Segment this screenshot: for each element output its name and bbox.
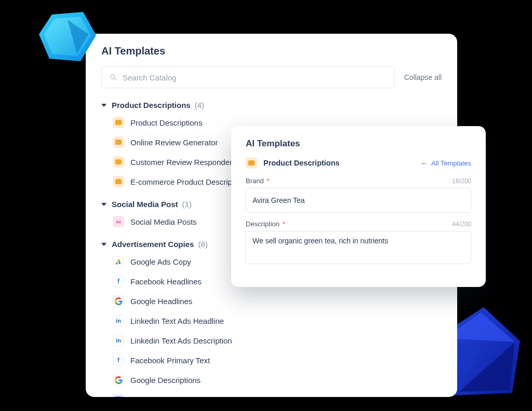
char-counter: 16/200 (452, 177, 471, 185)
svg-point-11 (116, 263, 118, 265)
caret-down-icon (101, 104, 107, 107)
document-icon (113, 156, 124, 168)
brand-input[interactable] (246, 188, 471, 213)
caret-down-icon (101, 203, 107, 206)
detail-template-name: Product Descriptions (263, 159, 340, 167)
template-item-label: Google Descriptions (130, 376, 201, 385)
template-item-label: E-commerce Product Descrip (130, 177, 232, 186)
template-item-label: Facebook Headlines (130, 277, 202, 286)
group-name: Advertisement Copies (112, 240, 194, 249)
google-ads-icon (113, 256, 124, 267)
svg-line-8 (114, 78, 116, 80)
facebook-icon: f (113, 276, 124, 287)
svg-marker-10 (118, 259, 121, 264)
detail-fields: Brand *16/200Description *44/200 (246, 177, 471, 266)
back-link-label: All Templates (431, 159, 471, 167)
group-count: (4) (195, 101, 204, 109)
template-item[interactable]: Google My Business - Description (113, 390, 442, 397)
svg-marker-5 (459, 342, 515, 392)
template-detail-card: AI Templates Product Descriptions ← All … (231, 126, 486, 287)
field-label: Brand * (246, 177, 269, 185)
template-item-label: Linkedin Text Ads Headline (130, 317, 224, 325)
template-item-label: Linkedin Text Ads Description (130, 336, 232, 345)
required-asterisk: * (265, 177, 270, 185)
social-icon: ∞ (113, 216, 124, 227)
group-name: Product Descriptions (112, 101, 191, 109)
template-item-label: Google My Business - Description (130, 395, 248, 398)
form-field: Brand *16/200 (246, 177, 471, 213)
template-item[interactable]: Google Headlines (113, 291, 442, 311)
group-header[interactable]: Product Descriptions (4) (101, 98, 442, 113)
template-item[interactable]: Google Descriptions (113, 370, 442, 390)
google-icon (113, 374, 124, 386)
form-field: Description *44/200 (246, 220, 471, 266)
template-icon (246, 157, 257, 169)
caret-down-icon (101, 243, 107, 246)
collapse-all-button[interactable]: Collapse all (404, 73, 442, 81)
group-name: Social Media Post (112, 200, 178, 209)
template-item-label: Google Ads Copy (130, 257, 191, 266)
detail-header-row: Product Descriptions ← All Templates (246, 157, 471, 169)
required-asterisk: * (281, 220, 285, 228)
template-item[interactable]: inLinkedin Text Ads Headline (113, 311, 442, 331)
detail-template-heading: Product Descriptions (246, 157, 340, 169)
field-label-row: Description *44/200 (246, 220, 471, 228)
group-count: (8) (198, 240, 207, 249)
template-item-label: Facebook Primary Text (130, 356, 210, 365)
template-item-label: Social Media Posts (130, 217, 197, 226)
search-icon (109, 73, 117, 81)
detail-panel-title: AI Templates (246, 139, 471, 149)
template-item-label: Product Descriptions (130, 118, 202, 127)
all-templates-link[interactable]: ← All Templates (420, 159, 471, 167)
google-icon (113, 295, 124, 307)
group-count: (1) (182, 200, 192, 209)
document-icon (113, 117, 124, 128)
svg-marker-2 (68, 20, 88, 53)
linkedin-icon: in (113, 315, 124, 326)
google-my-business-icon (113, 394, 124, 397)
field-label: Description * (246, 220, 285, 228)
svg-marker-1 (44, 17, 91, 56)
linkedin-icon: in (113, 335, 124, 346)
template-item[interactable]: fFacebook Primary Text (113, 350, 442, 370)
description-textarea[interactable] (246, 231, 471, 264)
search-box[interactable] (101, 66, 395, 88)
facebook-icon: f (113, 354, 124, 366)
arrow-left-icon: ← (420, 159, 428, 167)
template-item-label: Google Headlines (130, 297, 192, 306)
template-item-label: Online Review Generator (130, 138, 218, 147)
document-icon (113, 176, 124, 187)
search-row: Collapse all (101, 66, 442, 88)
field-label-row: Brand *16/200 (246, 177, 471, 185)
document-icon (113, 136, 124, 148)
search-input[interactable] (123, 73, 387, 82)
template-item-label: Customer Review Responder (130, 158, 232, 167)
page-title: AI Templates (101, 45, 442, 57)
template-item[interactable]: inLinkedin Text Ads Description (113, 331, 442, 350)
char-counter: 44/200 (452, 221, 471, 228)
